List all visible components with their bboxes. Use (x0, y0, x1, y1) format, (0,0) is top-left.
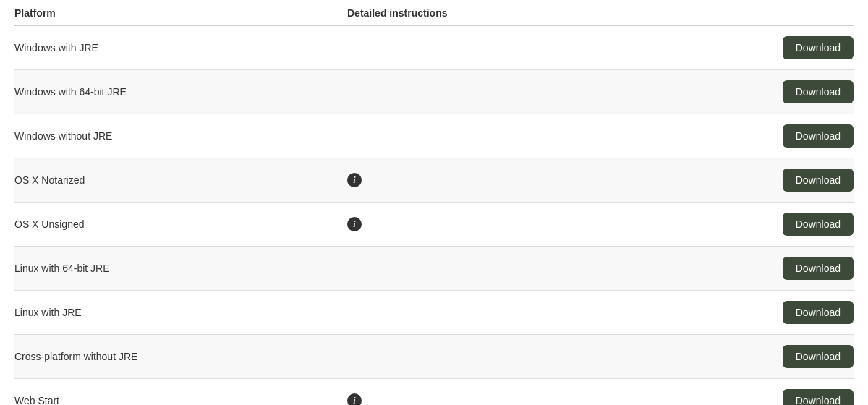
instructions-web-start[interactable]: i (347, 393, 767, 405)
download-button-windows-no-jre[interactable]: Download (783, 124, 854, 148)
table-row: Cross-platform without JREDownload (14, 335, 854, 379)
table-row: Windows with JREDownload (14, 26, 854, 70)
info-icon[interactable]: i (347, 393, 362, 405)
platform-windows-no-jre: Windows without JRE (14, 130, 347, 142)
table-row: Linux with JREDownload (14, 291, 854, 335)
download-button-web-start[interactable]: Download (783, 389, 854, 405)
info-icon[interactable]: i (347, 217, 362, 231)
platform-linux-jre: Linux with JRE (14, 307, 347, 318)
info-icon[interactable]: i (347, 173, 362, 187)
action-windows-no-jre: Download (767, 124, 854, 148)
platform-cross-platform-no-jre: Cross-platform without JRE (14, 351, 347, 362)
instructions-column-header: Detailed instructions (347, 7, 767, 19)
download-button-osx-unsigned[interactable]: Download (783, 213, 854, 236)
action-osx-notarized: Download (767, 169, 854, 192)
action-osx-unsigned: Download (767, 213, 854, 236)
platform-web-start: Web Start (14, 395, 347, 405)
download-button-osx-notarized[interactable]: Download (783, 169, 854, 192)
table-header: Platform Detailed instructions (14, 0, 854, 26)
table-body: Windows with JREDownloadWindows with 64-… (14, 26, 854, 405)
table-row: Windows with 64-bit JREDownload (14, 70, 854, 114)
table-row: OS X UnsignediDownload (14, 202, 854, 247)
download-table: Platform Detailed instructions Windows w… (0, 0, 868, 405)
action-linux-jre: Download (767, 301, 854, 324)
download-button-windows-64bit-jre[interactable]: Download (783, 80, 854, 103)
action-linux-64bit-jre: Download (767, 257, 854, 280)
platform-column-header: Platform (14, 7, 347, 19)
table-row: Web StartiDownload (14, 379, 854, 405)
action-cross-platform-no-jre: Download (767, 345, 854, 368)
platform-osx-notarized: OS X Notarized (14, 174, 347, 186)
action-web-start: Download (767, 389, 854, 405)
table-row: Windows without JREDownload (14, 114, 854, 158)
platform-osx-unsigned: OS X Unsigned (14, 218, 347, 230)
platform-windows-jre: Windows with JRE (14, 42, 347, 54)
instructions-osx-unsigned[interactable]: i (347, 217, 767, 231)
download-button-linux-64bit-jre[interactable]: Download (783, 257, 854, 280)
download-button-linux-jre[interactable]: Download (783, 301, 854, 324)
action-windows-64bit-jre: Download (767, 80, 854, 103)
table-row: Linux with 64-bit JREDownload (14, 247, 854, 291)
download-button-windows-jre[interactable]: Download (783, 36, 854, 59)
platform-windows-64bit-jre: Windows with 64-bit JRE (14, 86, 347, 98)
platform-linux-64bit-jre: Linux with 64-bit JRE (14, 263, 347, 274)
instructions-osx-notarized[interactable]: i (347, 173, 767, 187)
download-button-cross-platform-no-jre[interactable]: Download (783, 345, 854, 368)
table-row: OS X NotarizediDownload (14, 158, 854, 202)
action-windows-jre: Download (767, 36, 854, 59)
